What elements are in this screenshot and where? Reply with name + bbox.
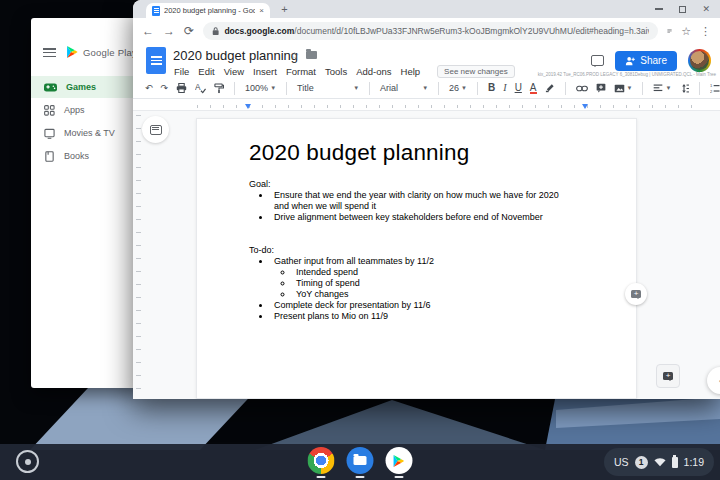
keyboard-layout-indicator: US: [614, 456, 629, 468]
list-item: Gather input from all teammates by 11/2: [271, 256, 571, 267]
text-color-button[interactable]: A: [530, 83, 537, 94]
underline-button[interactable]: U: [515, 83, 522, 93]
paragraph-style-select[interactable]: Title▼: [297, 84, 359, 93]
sidebar-item-label: Apps: [64, 105, 85, 115]
redo-button[interactable]: ↷: [161, 84, 169, 93]
sidebar-item-apps[interactable]: Apps: [31, 99, 140, 121]
docs-favicon-icon: [152, 6, 160, 16]
menu-format[interactable]: Format: [286, 66, 316, 77]
sidebar-item-books[interactable]: Books: [31, 145, 140, 167]
paint-format-button[interactable]: [214, 83, 224, 94]
document-page[interactable]: 2020 budget planning Goal: Ensure that w…: [196, 118, 637, 399]
url-text: docs.google.com/document/d/10fLBJwPUa33F…: [224, 26, 649, 36]
sidebar-item-games[interactable]: Games: [31, 76, 143, 98]
gamepad-icon: [44, 83, 57, 92]
menu-addons[interactable]: Add-ons: [356, 66, 391, 77]
font-size-select[interactable]: 26▼: [449, 84, 467, 93]
list-item: Complete deck for presentation by 11/6: [271, 300, 571, 311]
document-title[interactable]: 2020 budget planning: [173, 48, 298, 63]
menu-insert[interactable]: Insert: [253, 66, 277, 77]
shelf-files-app[interactable]: [347, 447, 374, 478]
sidebar-item-movies-tv[interactable]: Movies & TV: [31, 122, 140, 144]
sidebar-item-label: Games: [66, 82, 96, 92]
see-new-changes-button[interactable]: See new changes: [437, 65, 515, 78]
files-icon: [347, 447, 374, 474]
star-document-icon[interactable]: ☆: [290, 50, 299, 61]
explore-button[interactable]: ‹: [707, 367, 720, 394]
tab-title: 2020 budget planning - Google D: [164, 6, 255, 15]
hamburger-menu-icon[interactable]: [43, 48, 56, 57]
browser-menu-icon[interactable]: ⋮: [700, 26, 711, 37]
movies-tv-icon: [44, 128, 55, 139]
address-bar[interactable]: docs.google.com/document/d/10fLBJwPUa33F…: [203, 22, 658, 40]
share-label: Share: [640, 55, 667, 66]
undo-button[interactable]: ↶: [145, 84, 153, 93]
add-comment-button[interactable]: [596, 83, 606, 93]
reload-button[interactable]: ⟳: [184, 25, 194, 37]
zoom-select[interactable]: 100%▼: [245, 84, 276, 93]
google-play-window[interactable]: Google Play Games Apps: [31, 18, 140, 388]
tab-close-icon[interactable]: ×: [259, 7, 264, 15]
play-logo-text: Google Play: [83, 47, 137, 58]
lock-icon: [212, 26, 219, 36]
comment-fab-button[interactable]: [656, 364, 680, 388]
menu-file[interactable]: File: [174, 66, 189, 77]
window-minimize-button[interactable]: [655, 8, 663, 10]
menu-edit[interactable]: Edit: [198, 66, 214, 77]
bold-button[interactable]: B: [488, 83, 495, 93]
add-comment-hover-button[interactable]: [625, 283, 647, 305]
docs-toolbar: ↶ ↷ A 100%▼ Title▼ Arial▼ 26▼: [133, 78, 720, 99]
forward-button[interactable]: →: [163, 25, 175, 37]
chrome-browser-window[interactable]: 2020 budget planning - Google D × + ✕ ← …: [133, 0, 720, 399]
browser-tab[interactable]: 2020 budget planning - Google D ×: [146, 3, 270, 18]
book-icon: [44, 151, 55, 162]
menu-help[interactable]: Help: [401, 66, 421, 77]
font-select[interactable]: Arial▼: [380, 84, 428, 93]
align-left-icon: [653, 84, 663, 93]
show-outline-button[interactable]: [142, 116, 169, 143]
paint-roller-icon: [214, 83, 224, 94]
spellcheck-button[interactable]: A: [195, 83, 206, 94]
menu-view[interactable]: View: [224, 66, 244, 77]
clock: 1:19: [684, 456, 704, 468]
print-button[interactable]: [176, 83, 187, 93]
horizontal-ruler[interactable]: [133, 99, 720, 111]
open-comments-icon[interactable]: [591, 55, 604, 66]
align-button[interactable]: ▼: [653, 84, 671, 93]
back-button[interactable]: ←: [142, 25, 154, 37]
menu-tools[interactable]: Tools: [325, 66, 347, 77]
docs-logo-icon[interactable]: [146, 47, 166, 74]
launcher-button[interactable]: [16, 450, 39, 473]
shelf-chrome-app[interactable]: [308, 447, 335, 478]
svg-text:1: 1: [710, 84, 713, 88]
account-avatar[interactable]: [688, 49, 711, 72]
numbered-list-button[interactable]: 1 2 ▼: [710, 84, 720, 93]
indent-marker-right[interactable]: [582, 104, 588, 109]
sidebar-item-label: Movies & TV: [64, 128, 115, 138]
browser-navbar: ← → ⟳ docs.google.com/document/d/10fLBJw…: [133, 18, 720, 44]
window-close-button[interactable]: ✕: [702, 5, 710, 14]
shelf-play-store-app[interactable]: [386, 447, 413, 478]
highlight-button[interactable]: [545, 83, 555, 93]
share-person-icon: [625, 56, 635, 66]
indent-marker-left[interactable]: [245, 104, 251, 109]
line-spacing-button[interactable]: [679, 84, 689, 93]
bookmark-star-icon[interactable]: ☆: [681, 26, 691, 37]
insert-image-button[interactable]: ▼: [614, 84, 633, 93]
vertical-ruler: [136, 115, 141, 399]
italic-button[interactable]: I: [503, 83, 506, 93]
apps-grid-icon: [44, 105, 55, 116]
reading-list-icon[interactable]: [667, 26, 672, 36]
url-path: /document/d/10fLBJwPUa33FJNRw5eRum3-kOoJ…: [294, 26, 649, 36]
goal-label: Goal:: [249, 179, 584, 190]
move-folder-icon[interactable]: [306, 51, 317, 59]
list-item: Present plans to Mio on 11/9: [271, 311, 571, 322]
battery-icon: [672, 457, 678, 468]
window-maximize-button[interactable]: [679, 6, 686, 13]
image-icon: [614, 84, 625, 93]
share-button[interactable]: Share: [615, 51, 677, 71]
list-item: Intended spend: [293, 267, 571, 278]
insert-link-button[interactable]: [576, 85, 588, 92]
system-tray[interactable]: US 1 1:19: [604, 448, 714, 476]
new-tab-button[interactable]: +: [278, 3, 291, 16]
